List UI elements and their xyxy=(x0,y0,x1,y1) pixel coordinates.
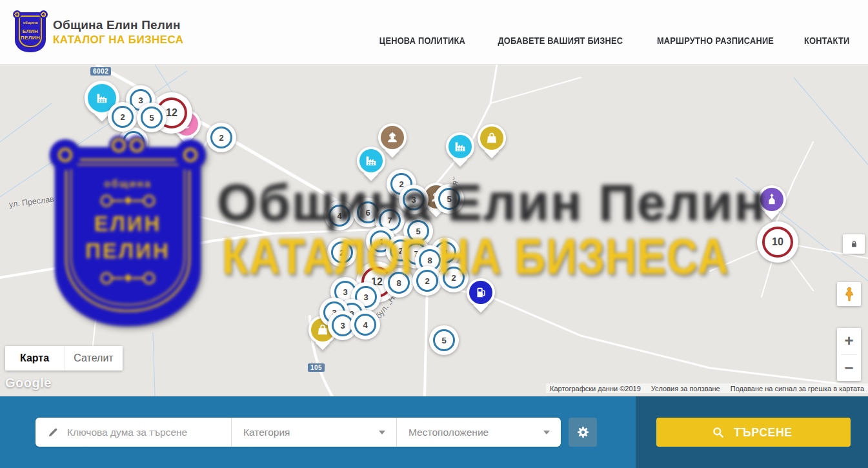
factory-pin[interactable] xyxy=(357,147,385,175)
page: община ЕЛИН ПЕЛИН Община Елин Пелин КАТА… xyxy=(0,0,868,468)
cluster-marker[interactable]: 8 xyxy=(384,268,414,298)
emblem-curl-icon xyxy=(13,10,21,19)
cluster-marker[interactable]: 5 xyxy=(429,325,459,355)
cluster-marker[interactable]: 2 xyxy=(327,238,357,267)
pencil-icon xyxy=(47,426,59,438)
worker-pin[interactable] xyxy=(378,123,407,152)
keyword-input[interactable] xyxy=(67,427,222,438)
search-fields: Категория Местоположение xyxy=(35,418,561,447)
cluster-marker[interactable]: 10 xyxy=(757,221,798,263)
chevron-down-icon xyxy=(543,431,550,434)
keyword-field[interactable] xyxy=(35,418,231,447)
search-bar: Категория Местоположение xyxy=(0,396,868,468)
emblem-name-1: ЕЛИН xyxy=(15,28,45,34)
pegman-button[interactable] xyxy=(837,282,861,306)
church-pin[interactable] xyxy=(758,185,786,214)
municipality-emblem: община ЕЛИН ПЕЛИН xyxy=(15,13,45,52)
lock-icon xyxy=(849,239,859,249)
search-button[interactable]: ТЪРСЕНЕ xyxy=(656,418,851,447)
lock-button[interactable] xyxy=(843,234,865,254)
pegman-icon xyxy=(843,287,856,302)
map-canvas[interactable]: ул. Преславбул. „Новоселция"6002105 2123… xyxy=(0,65,868,396)
nav-item[interactable]: ДОБАВЕТЕ ВАШИЯТ БИЗНЕС xyxy=(498,36,623,46)
cluster-marker[interactable]: 2 xyxy=(439,263,469,292)
emblem-name-2: ПЕЛИН xyxy=(15,35,45,41)
report-error-link[interactable]: Подаване на сигнал за грешка в картата xyxy=(731,385,864,392)
fuel-pin[interactable] xyxy=(467,278,495,307)
nav-item[interactable]: КОНТАКТИ xyxy=(804,36,849,46)
cluster-marker[interactable]: 4 xyxy=(350,310,380,340)
cluster-marker[interactable]: 2 xyxy=(108,102,137,132)
map-type-control: Карта Сателит xyxy=(5,346,123,371)
nav-item[interactable]: ЦЕНОВА ПОЛИТИКА xyxy=(379,36,465,46)
map-type-map-button[interactable]: Карта xyxy=(5,346,64,371)
category-select[interactable]: Категория xyxy=(231,418,396,447)
bag-pin[interactable] xyxy=(478,124,506,152)
zoom-out-button[interactable]: − xyxy=(837,355,861,382)
cluster-marker[interactable]: 5 xyxy=(434,184,464,214)
chevron-down-icon xyxy=(379,431,385,434)
emblem-curl-icon xyxy=(39,10,48,19)
map-attribution: Картографски данни ©2019 Условия за полз… xyxy=(546,383,868,393)
map-markers: 2123252235467542748212822338334510 xyxy=(0,65,868,396)
gear-icon xyxy=(576,425,590,440)
cluster-marker[interactable]: 4 xyxy=(325,201,354,230)
zoom-in-button[interactable]: + xyxy=(837,328,861,354)
terms-link[interactable]: Условия за ползване xyxy=(651,385,720,392)
factory-pin[interactable] xyxy=(446,132,474,161)
cluster-marker[interactable]: 5 xyxy=(137,103,167,132)
emblem-top-text: община xyxy=(15,21,45,25)
site-logo[interactable]: община ЕЛИН ПЕЛИН Община Елин Пелин КАТА… xyxy=(15,13,183,52)
nav-item[interactable]: МАРШРУТНО РАЗПИСАНИЕ xyxy=(656,36,773,46)
cluster-marker[interactable]: 3 xyxy=(399,185,429,214)
google-logo[interactable]: Google xyxy=(5,376,52,391)
header: община ЕЛИН ПЕЛИН Община Елин Пелин КАТА… xyxy=(0,0,868,65)
advanced-settings-button[interactable] xyxy=(569,418,597,447)
location-select[interactable]: Местоположение xyxy=(396,418,561,447)
main-nav: ЦЕНОВА ПОЛИТИКАДОБАВЕТЕ ВАШИЯТ БИЗНЕСМАР… xyxy=(376,36,851,46)
cluster-marker[interactable]: 2 xyxy=(412,266,442,296)
zoom-control: + − xyxy=(837,328,861,381)
map-type-satellite-button[interactable]: Сателит xyxy=(64,346,123,371)
attribution-copyright: Картографски данни ©2019 xyxy=(550,385,641,392)
cluster-marker[interactable]: 2 xyxy=(207,123,236,152)
search-icon xyxy=(712,426,724,438)
site-title: Община Елин Пелин xyxy=(53,18,183,32)
site-subtitle: КАТАЛОГ НА БИЗНЕСА xyxy=(53,34,183,46)
logo-text: Община Елин Пелин КАТАЛОГ НА БИЗНЕСА xyxy=(53,18,183,46)
